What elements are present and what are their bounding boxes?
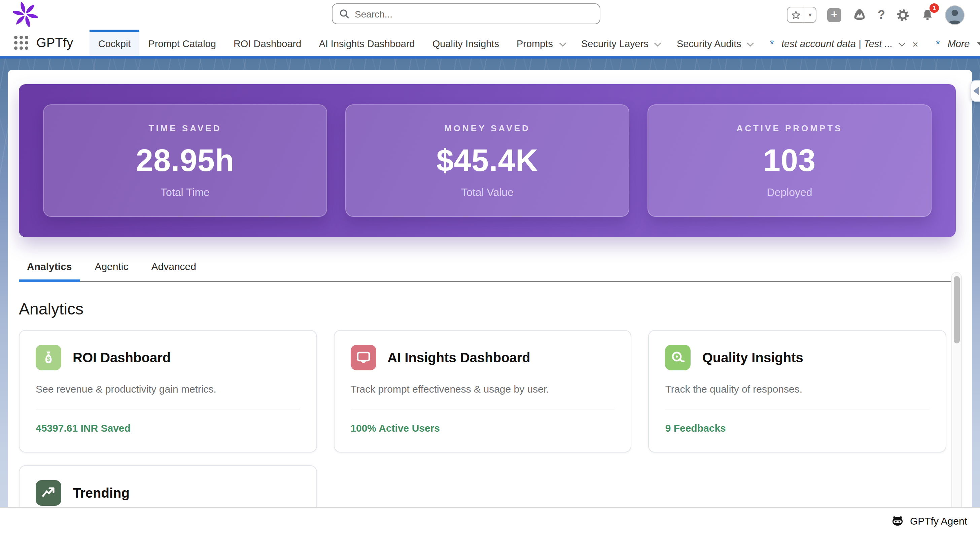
divider xyxy=(350,409,614,410)
divider xyxy=(36,409,300,410)
section-title: Analytics xyxy=(19,300,972,319)
stats-banner: TIME SAVED 28.95h Total Time MONEY SAVED… xyxy=(19,84,956,237)
dropdown-triangle-icon xyxy=(977,42,980,46)
tab-prompts[interactable]: Prompts xyxy=(508,30,573,56)
global-search[interactable] xyxy=(332,3,600,24)
stat-sublabel: Deployed xyxy=(767,186,812,198)
card-ai-insights-dashboard[interactable]: AI Insights Dashboard Track prompt effec… xyxy=(334,330,632,453)
favorites-dropdown-icon[interactable]: ▾ xyxy=(803,7,816,22)
tab-prompt-catalog[interactable]: Prompt Catalog xyxy=(139,30,225,56)
card-title: AI Insights Dashboard xyxy=(387,350,530,365)
favorites-star-icon[interactable] xyxy=(788,7,803,22)
divider xyxy=(665,409,929,410)
tab-advanced[interactable]: Advanced xyxy=(143,255,204,282)
chevron-down-icon xyxy=(748,40,754,46)
search-icon xyxy=(339,9,349,19)
card-metric: 100% Active Users xyxy=(350,422,614,434)
close-tab-icon[interactable]: × xyxy=(912,38,918,49)
tab-agentic[interactable]: Agentic xyxy=(86,255,136,282)
stat-card-money-saved: MONEY SAVED $45.4K Total Value xyxy=(345,104,629,217)
card-title: Trending xyxy=(73,485,130,501)
analytics-cards-grid: $ ROI Dashboard See revenue & productivi… xyxy=(19,330,947,534)
tab-label: More xyxy=(947,38,970,49)
agent-label: GPTfy Agent xyxy=(910,515,967,527)
tab-label: Prompts xyxy=(517,38,553,49)
tab-security-layers[interactable]: Security Layers xyxy=(573,30,668,56)
notification-count-badge: 1 xyxy=(929,3,939,13)
gptfy-logo-icon xyxy=(13,2,38,27)
tab-label: Security Layers xyxy=(581,38,649,49)
unsaved-indicator: * xyxy=(770,38,773,49)
favorites-control: ▾ xyxy=(787,7,816,23)
notifications-bell-icon[interactable]: 1 xyxy=(921,8,934,22)
setup-gear-icon[interactable] xyxy=(896,8,910,22)
utility-icons: ▾ + ? 1 xyxy=(787,0,964,30)
money-bag-icon: $ xyxy=(36,345,61,370)
card-metric: 45397.61 INR Saved xyxy=(36,422,300,434)
card-title: ROI Dashboard xyxy=(73,350,170,365)
tab-security-audits[interactable]: Security Audits xyxy=(668,30,761,56)
tab-label: test account data | Test ... xyxy=(781,38,893,49)
chevron-down-icon xyxy=(559,40,566,46)
tab-label: Security Audits xyxy=(677,38,741,49)
tab-label: ROI Dashboard xyxy=(234,38,302,49)
card-description: See revenue & productivity gain metrics. xyxy=(36,383,300,395)
measuring-tape-icon xyxy=(665,345,691,370)
tab-quality-insights[interactable]: Quality Insights xyxy=(424,30,508,56)
nav-tabs: Cockpit Prompt Catalog ROI Dashboard AI … xyxy=(89,30,980,56)
unsaved-indicator: * xyxy=(935,38,939,49)
tab-analytics[interactable]: Analytics xyxy=(19,255,80,282)
scrollbar-thumb[interactable] xyxy=(954,276,960,343)
robot-icon xyxy=(891,515,904,527)
card-description: Track the quality of responses. xyxy=(665,383,929,395)
tab-more[interactable]: * More xyxy=(927,30,980,56)
navigation-bar: GPTfy Cockpit Prompt Catalog ROI Dashboa… xyxy=(0,30,980,56)
stat-value: 103 xyxy=(763,142,816,178)
stat-label: ACTIVE PROMPTS xyxy=(737,123,842,133)
stat-value: 28.95h xyxy=(136,142,234,178)
stat-label: TIME SAVED xyxy=(149,123,222,133)
viewport-scaler: ▾ + ? 1 xyxy=(0,0,980,534)
collapse-panel-handle[interactable] xyxy=(970,80,980,102)
gptfy-cockpit-page: ▾ + ? 1 xyxy=(0,0,980,534)
tab-cockpit[interactable]: Cockpit xyxy=(89,30,140,56)
trailhead-icon[interactable] xyxy=(852,7,867,22)
card-metric: 9 Feedbacks xyxy=(665,422,929,434)
chevron-down-icon xyxy=(899,40,905,46)
help-icon[interactable]: ? xyxy=(878,8,885,22)
card-title: Quality Insights xyxy=(702,350,803,365)
bottom-utility-bar: GPTfy Agent xyxy=(0,507,980,534)
triangle-left-icon xyxy=(973,87,978,95)
tab-label: Cockpit xyxy=(98,38,131,49)
global-actions-plus-icon[interactable]: + xyxy=(827,8,842,22)
gptfy-agent-launcher[interactable]: GPTfy Agent xyxy=(891,515,967,527)
tab-label: Prompt Catalog xyxy=(148,38,216,49)
stat-label: MONEY SAVED xyxy=(444,123,530,133)
search-input[interactable] xyxy=(355,8,593,19)
chevron-down-icon xyxy=(655,40,661,46)
tab-roi-dashboard[interactable]: ROI Dashboard xyxy=(225,30,310,56)
card-description: Track prompt effectiveness & usage by us… xyxy=(350,383,614,395)
brand-accent-bar xyxy=(0,56,980,59)
card-roi-dashboard[interactable]: $ ROI Dashboard See revenue & productivi… xyxy=(19,330,317,453)
stat-card-time-saved: TIME SAVED 28.95h Total Time xyxy=(43,104,327,217)
card-quality-insights[interactable]: Quality Insights Track the quality of re… xyxy=(649,330,947,453)
tab-test-account-data[interactable]: * test account data | Test ... × xyxy=(761,30,927,56)
app-name: GPTfy xyxy=(37,35,73,50)
monitor-icon xyxy=(350,345,376,370)
stat-sublabel: Total Value xyxy=(461,186,514,198)
utility-bar: ▾ + ? 1 xyxy=(0,0,980,30)
user-avatar[interactable] xyxy=(945,5,964,25)
trending-up-icon xyxy=(36,480,61,506)
tab-label: AI Insights Dashboard xyxy=(319,38,415,49)
content-tabs: Analytics Agentic Advanced xyxy=(19,255,956,282)
tab-ai-insights-dashboard[interactable]: AI Insights Dashboard xyxy=(310,30,423,56)
vertical-scrollbar[interactable] xyxy=(951,272,962,534)
tab-label: Quality Insights xyxy=(433,38,499,49)
stat-value: $45.4K xyxy=(436,142,538,178)
cockpit-content-panel: TIME SAVED 28.95h Total Time MONEY SAVED… xyxy=(8,70,972,534)
stat-card-active-prompts: ACTIVE PROMPTS 103 Deployed xyxy=(648,104,932,217)
stat-sublabel: Total Time xyxy=(161,186,210,198)
app-launcher-icon[interactable] xyxy=(14,36,28,50)
svg-text:$: $ xyxy=(47,355,50,362)
